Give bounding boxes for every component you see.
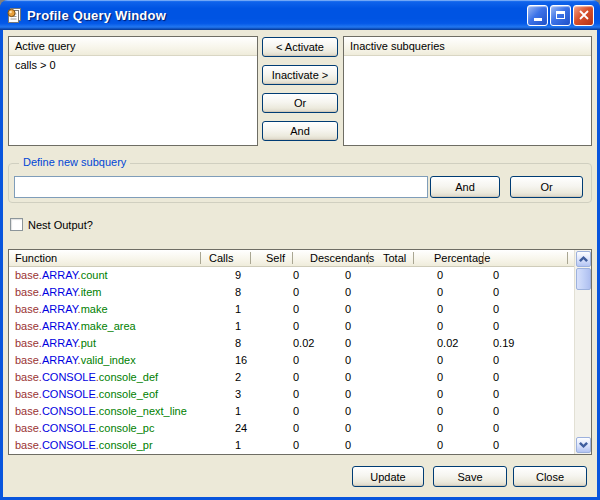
cell-total: 0 <box>437 301 443 317</box>
window-title: Profile Query Window <box>27 8 522 23</box>
header-separator <box>413 252 414 264</box>
scroll-down-button[interactable] <box>576 437 591 453</box>
cell-descendants: 0 <box>345 420 351 436</box>
column-header-self[interactable]: Self <box>266 250 285 266</box>
table-row[interactable]: base.CONSOLE.console_next_line10000 <box>9 403 574 420</box>
cell-descendants: 0 <box>345 437 351 453</box>
cell-calls: 1 <box>235 437 241 453</box>
function-name: base.CONSOLE.console_pc <box>15 420 154 436</box>
cell-descendants: 0 <box>345 386 351 402</box>
function-name: base.ARRAY.item <box>15 284 101 300</box>
subquery-or-button[interactable]: Or <box>510 176 583 198</box>
function-name: base.CONSOLE.console_def <box>15 369 158 385</box>
cell-descendants: 0 <box>345 335 351 351</box>
cell-total: 0 <box>437 352 443 368</box>
cell-descendants: 0 <box>345 284 351 300</box>
column-header-percentage[interactable]: Percentage <box>434 250 490 266</box>
header-separator <box>250 252 251 264</box>
function-name: base.CONSOLE.console_pr <box>15 437 153 453</box>
scroll-thumb[interactable] <box>576 268 591 290</box>
active-query-list[interactable]: calls > 0 <box>9 56 257 145</box>
column-header-function[interactable]: Function <box>15 250 57 266</box>
cell-descendants: 0 <box>345 403 351 419</box>
column-header-calls[interactable]: Calls <box>209 250 233 266</box>
save-button[interactable]: Save <box>433 466 507 487</box>
table-row[interactable]: base.CONSOLE.console_eof30000 <box>9 386 574 403</box>
maximize-button[interactable] <box>550 5 571 26</box>
column-header-descendants[interactable]: Descendants <box>310 250 374 266</box>
cell-calls: 3 <box>235 386 241 402</box>
cell-self: 0 <box>293 437 299 453</box>
function-name: base.ARRAY.put <box>15 335 96 351</box>
table-row[interactable]: base.ARRAY.count90000 <box>9 267 574 284</box>
cell-descendants: 0 <box>345 301 351 317</box>
cell-percentage: 0 <box>493 386 499 402</box>
nest-output-checkbox[interactable] <box>10 218 23 231</box>
cell-calls: 24 <box>235 420 247 436</box>
cell-descendants: 0 <box>345 267 351 283</box>
activate-button[interactable]: < Activate <box>262 37 338 57</box>
scroll-up-button[interactable] <box>576 251 591 267</box>
define-subquery-label: Define new subquery <box>19 156 130 168</box>
function-name: base.ARRAY.make_area <box>15 318 136 334</box>
inactive-subqueries-list[interactable] <box>344 56 591 145</box>
table-row[interactable]: base.ARRAY.item80000 <box>9 284 574 301</box>
subquery-input[interactable] <box>14 176 428 198</box>
cell-percentage: 0 <box>493 284 499 300</box>
table-row[interactable]: base.ARRAY.put80.0200.020.19 <box>9 335 574 352</box>
chevron-up-icon <box>579 256 588 262</box>
inactivate-button[interactable]: Inactivate > <box>262 65 338 85</box>
cell-descendants: 0 <box>345 369 351 385</box>
cell-self: 0.02 <box>293 335 314 351</box>
cell-self: 0 <box>293 352 299 368</box>
cell-percentage: 0 <box>493 369 499 385</box>
cell-total: 0 <box>437 420 443 436</box>
maximize-icon <box>556 11 565 19</box>
cell-total: 0 <box>437 284 443 300</box>
titlebar: Profile Query Window <box>0 0 600 30</box>
cell-percentage: 0.19 <box>493 335 514 351</box>
function-name: base.CONSOLE.console_next_line <box>15 403 187 419</box>
close-button[interactable] <box>573 5 594 26</box>
or-button[interactable]: Or <box>262 93 338 113</box>
cell-self: 0 <box>293 301 299 317</box>
table-scrollbar[interactable] <box>574 250 591 454</box>
table-row[interactable]: base.CONSOLE.console_def20000 <box>9 369 574 386</box>
cell-descendants: 0 <box>345 352 351 368</box>
cell-total: 0.02 <box>437 335 458 351</box>
cell-total: 0 <box>437 386 443 402</box>
active-query-item[interactable]: calls > 0 <box>9 56 257 74</box>
cell-self: 0 <box>293 369 299 385</box>
table-row[interactable]: base.ARRAY.valid_index160000 <box>9 352 574 369</box>
function-name: base.ARRAY.valid_index <box>15 352 136 368</box>
table-row[interactable]: base.ARRAY.make10000 <box>9 301 574 318</box>
subquery-and-button[interactable]: And <box>430 176 500 198</box>
update-button[interactable]: Update <box>352 466 424 487</box>
close-dialog-button[interactable]: Close <box>513 466 587 487</box>
column-header-total[interactable]: Total <box>383 250 406 266</box>
minimize-button[interactable] <box>527 5 548 26</box>
inactive-subqueries-header: Inactive subqueries <box>344 37 591 56</box>
table-header: Function Calls Self Descendants Total Pe… <box>9 250 574 267</box>
table-row[interactable]: base.ARRAY.make_area10000 <box>9 318 574 335</box>
table-row[interactable]: base.CONSOLE.console_pr10000 <box>9 437 574 454</box>
active-query-panel: Active query calls > 0 <box>8 36 258 146</box>
cell-calls: 1 <box>235 403 241 419</box>
function-name: base.CONSOLE.console_eof <box>15 386 158 402</box>
header-separator <box>483 252 484 264</box>
and-button[interactable]: And <box>262 121 338 141</box>
cell-self: 0 <box>293 267 299 283</box>
close-icon <box>579 10 589 20</box>
cell-percentage: 0 <box>493 420 499 436</box>
cell-percentage: 0 <box>493 318 499 334</box>
cell-total: 0 <box>437 318 443 334</box>
function-name: base.ARRAY.count <box>15 267 108 283</box>
cell-percentage: 0 <box>493 301 499 317</box>
cell-percentage: 0 <box>493 352 499 368</box>
cell-calls: 16 <box>235 352 247 368</box>
function-name: base.ARRAY.make <box>15 301 108 317</box>
cell-descendants: 0 <box>345 318 351 334</box>
table-row[interactable]: base.CONSOLE.console_pc240000 <box>9 420 574 437</box>
dialog-body: Active query calls > 0 < Activate Inacti… <box>3 30 597 497</box>
cell-total: 0 <box>437 267 443 283</box>
